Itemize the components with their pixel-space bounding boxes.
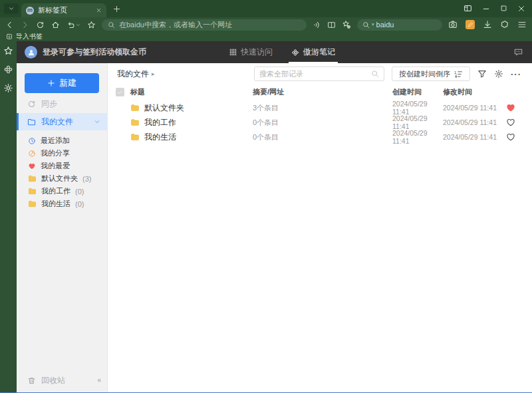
folder-icon xyxy=(130,132,140,142)
sidebar-item-shares[interactable]: 我的分享 xyxy=(17,147,107,160)
item-count: (0) xyxy=(75,188,84,196)
chevron-down-icon xyxy=(76,23,80,27)
login-banner[interactable]: 登录可参与签到活动领取金币 xyxy=(43,47,146,58)
forward-icon[interactable] xyxy=(21,21,29,29)
more-button[interactable]: ··· xyxy=(511,70,521,78)
favorite-heart-icon[interactable] xyxy=(499,132,523,142)
new-tab-button[interactable] xyxy=(113,5,120,13)
address-input[interactable] xyxy=(119,21,301,29)
item-label: 我的最爱 xyxy=(41,161,70,171)
folder-icon xyxy=(28,174,37,183)
engine-dropdown-icon[interactable]: ▾ xyxy=(372,22,374,27)
favorite-heart-icon[interactable] xyxy=(499,103,523,112)
breadcrumb[interactable]: 我的文件 ▸ xyxy=(117,68,155,80)
filter-button[interactable] xyxy=(477,69,487,78)
trash-icon xyxy=(27,376,36,385)
maximize-icon[interactable] xyxy=(500,5,507,12)
undo-button[interactable] xyxy=(66,21,80,29)
address-bar[interactable] xyxy=(102,19,307,31)
search-icon xyxy=(371,70,379,78)
svg-text:1: 1 xyxy=(454,70,456,74)
row-modified: 2024/05/29 11:41 xyxy=(443,118,499,126)
browser-window: m 新标签页 xyxy=(0,0,532,393)
content-toolbar: 我的文件 ▸ 按创建时间倒序 1 xyxy=(108,63,532,84)
rail-notes-icon[interactable] xyxy=(3,65,13,74)
sidebar-item-work-folder[interactable]: 我的工作 (0) xyxy=(17,185,107,197)
maxnote-icon[interactable] xyxy=(466,20,475,29)
app-area: 登录可参与签到活动领取金币 快速访问 傲游笔记 xyxy=(0,41,532,393)
records-search-input[interactable] xyxy=(259,70,368,78)
close-icon[interactable] xyxy=(517,5,525,13)
import-bookmarks-button[interactable]: 导入书签 xyxy=(16,32,43,41)
read-aloud-icon[interactable] xyxy=(313,21,321,29)
collapse-sidebar-button[interactable]: « xyxy=(97,376,101,384)
tab-title: 新标签页 xyxy=(38,5,92,15)
screenshot-icon[interactable] xyxy=(448,20,458,29)
tab-maxthon-notes[interactable]: 傲游笔记 xyxy=(291,41,335,63)
sync-button[interactable]: 同步 xyxy=(17,98,107,110)
menu-icon[interactable] xyxy=(517,20,527,29)
column-title[interactable]: 标题 xyxy=(130,87,253,97)
settings-button[interactable] xyxy=(494,69,503,78)
avatar[interactable] xyxy=(25,46,37,59)
table-row[interactable]: 我的生活 0个条目 2024/05/29 11:41 2024/05/29 11… xyxy=(108,129,532,144)
table-row[interactable]: 默认文件夹 3个条目 2024/05/29 11:41 2024/05/29 1… xyxy=(108,100,532,114)
sidebar-item-recent[interactable]: 最近添加 xyxy=(17,134,107,147)
select-all-checkbox[interactable] xyxy=(116,88,124,96)
skin-icon[interactable] xyxy=(500,20,509,29)
notes-clover-icon xyxy=(291,49,299,57)
favorites-manager-icon[interactable] xyxy=(342,20,351,29)
quick-search-input[interactable] xyxy=(376,21,423,29)
folder-icon xyxy=(27,118,36,126)
sidebar-item-favorites[interactable]: 我的最爱 xyxy=(17,160,107,172)
row-modified: 2024/05/29 11:41 xyxy=(443,133,499,141)
column-summary[interactable]: 摘要/网址 xyxy=(253,87,392,97)
reader-mode-icon[interactable] xyxy=(327,21,336,29)
back-icon[interactable] xyxy=(5,21,14,29)
chevron-down-icon[interactable] xyxy=(94,118,100,125)
download-icon[interactable] xyxy=(483,20,492,29)
tab-quick-access[interactable]: 快速访问 xyxy=(229,41,273,63)
table-header: 标题 摘要/网址 创建时间 修改时间 xyxy=(108,84,532,100)
home-icon[interactable] xyxy=(51,21,60,29)
tab-list-button[interactable] xyxy=(4,3,19,14)
search-icon xyxy=(362,21,370,29)
favorite-heart-icon[interactable] xyxy=(499,118,523,127)
row-title-cell[interactable]: 我的工作 xyxy=(130,117,253,128)
window-controls xyxy=(464,4,525,13)
minimize-icon[interactable] xyxy=(482,5,490,13)
rail-settings-icon[interactable] xyxy=(3,83,13,93)
sort-order-button[interactable]: 按创建时间倒序 1 xyxy=(392,66,470,81)
plus-icon xyxy=(113,5,120,13)
column-created[interactable]: 创建时间 xyxy=(392,87,443,97)
maxthon-logo-icon: m xyxy=(26,7,34,15)
new-note-button[interactable]: 新建 xyxy=(25,73,99,93)
user-icon xyxy=(27,49,35,57)
feedback-icon[interactable] xyxy=(513,47,523,57)
recycle-bin-button[interactable]: 回收站 xyxy=(17,374,65,387)
row-title-cell[interactable]: 默认文件夹 xyxy=(130,102,253,114)
workspace-icon[interactable] xyxy=(464,4,472,13)
sidebar-item-default-folder[interactable]: 默认文件夹 (3) xyxy=(17,172,107,185)
grid-icon xyxy=(229,49,237,56)
tab-strip: m 新标签页 xyxy=(0,0,532,17)
favorite-star-icon[interactable] xyxy=(87,21,96,29)
sidebar-item-my-files[interactable]: 我的文件 xyxy=(17,113,107,130)
quick-search-box[interactable]: ▾ xyxy=(357,19,442,31)
row-title-cell[interactable]: 我的生活 xyxy=(130,132,253,143)
records-search-box[interactable] xyxy=(254,66,384,81)
browser-tab[interactable]: m 新标签页 xyxy=(21,3,106,17)
rail-favorites-icon[interactable] xyxy=(3,46,13,56)
chevron-down-icon xyxy=(8,5,15,12)
filter-icon xyxy=(477,69,487,78)
item-label: 我的工作 xyxy=(41,186,70,196)
column-modified[interactable]: 修改时间 xyxy=(443,87,499,97)
tab-close-icon[interactable] xyxy=(96,7,102,13)
row-modified: 2024/05/29 11:41 xyxy=(443,104,499,112)
folder-icon xyxy=(28,199,37,208)
table-row[interactable]: 我的工作 0个条目 2024/05/29 11:41 2024/05/29 11… xyxy=(108,114,532,129)
refresh-icon[interactable] xyxy=(36,21,45,29)
share-icon xyxy=(28,150,36,158)
sidebar-item-life-folder[interactable]: 我的生活 (0) xyxy=(17,197,107,210)
folder-icon xyxy=(130,118,140,127)
